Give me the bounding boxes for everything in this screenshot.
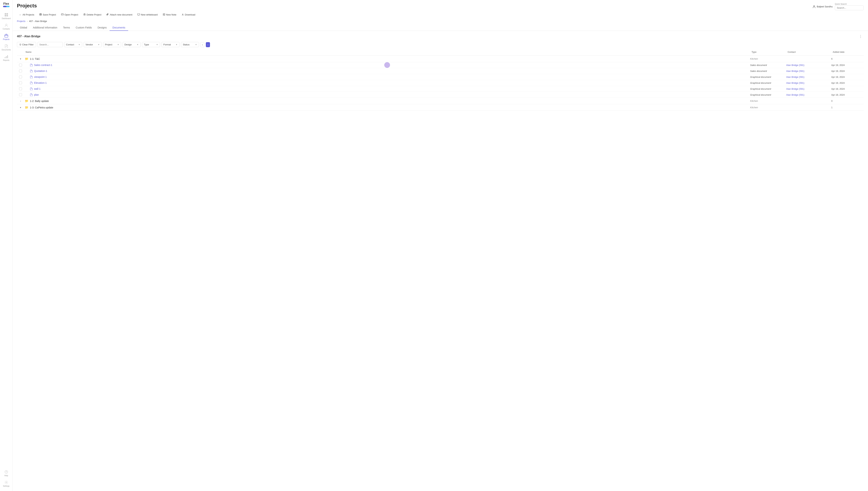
filter-prev-button[interactable]: ‹	[200, 42, 204, 47]
doc-date-3: Apr 19, 2024	[831, 76, 864, 78]
doc-contact-6[interactable]: Alan Bridge (591)	[786, 93, 831, 96]
sidebar-item-reports[interactable]: Reports	[0, 53, 12, 63]
doc-contact-4[interactable]: Alan Bridge (591)	[786, 82, 831, 84]
doc-row-4: Elevation-1 Graphical document Alan Brid…	[17, 80, 864, 86]
whiteboard-icon	[137, 13, 140, 16]
group-toggle-2: ›	[17, 100, 24, 102]
open-project-button[interactable]: Open Project	[59, 12, 80, 17]
svg-rect-2	[5, 15, 6, 17]
tab-additional[interactable]: Additional Information	[30, 25, 60, 31]
filter-next-button[interactable]: ›	[206, 42, 210, 47]
doc-checkbox-4[interactable]	[17, 81, 24, 84]
note-label: New Note	[166, 13, 176, 16]
group-toggle-3: ▾	[17, 106, 24, 109]
table-header: Name Type Contact Added date	[17, 49, 864, 56]
project-filter[interactable]: Project ▼	[103, 42, 121, 47]
svg-rect-14	[40, 13, 41, 14]
save-project-button[interactable]: Save Project	[37, 12, 58, 17]
doc-name-3[interactable]: viewpoint 1	[34, 76, 47, 78]
doc-contact-1[interactable]: Alan Bridge (591)	[786, 64, 831, 66]
section-menu-button[interactable]: ⋮	[858, 34, 864, 39]
doc-checkbox-3[interactable]	[17, 76, 24, 78]
doc-name-cell-3: viewpoint 1	[24, 76, 750, 78]
doc-checkbox-6[interactable]	[17, 93, 24, 96]
new-whiteboard-button[interactable]: New whiteboard	[135, 12, 160, 17]
doc-name-1[interactable]: Sales contract-1	[34, 64, 52, 66]
format-filter[interactable]: Format ▼	[162, 42, 179, 47]
doc-date-1: Apr 19, 2024	[831, 64, 864, 66]
doc-contact-5[interactable]: Alan Bridge (591)	[786, 88, 831, 90]
quick-search-input[interactable]	[835, 5, 864, 10]
attach-label: Attach new document	[110, 13, 132, 16]
clear-filter-button[interactable]: Clear Filter	[17, 42, 36, 47]
group-row-2[interactable]: › 📁 1-2: Bally update Kitchen 0	[17, 98, 864, 104]
doc-type-2: Sales document	[750, 70, 786, 73]
svg-point-10	[6, 473, 6, 473]
sidebar-item-contacts[interactable]: Contacts	[0, 22, 12, 31]
sidebar-item-help[interactable]: Help	[0, 468, 12, 478]
doc-type-3: Graphical document	[750, 76, 786, 78]
checkbox-1[interactable]	[19, 64, 22, 66]
checkbox-4[interactable]	[19, 81, 22, 84]
clear-filter-label: Clear Filter	[22, 43, 34, 46]
doc-name-cell-4: Elevation-1	[24, 81, 750, 84]
doc-row-3: viewpoint 1 Graphical document Alan Brid…	[17, 74, 864, 80]
settings-icon	[4, 480, 8, 485]
vendor-filter-label: Vendor	[86, 43, 93, 46]
doc-name-5[interactable]: wall 1	[34, 87, 40, 90]
sidebar-item-projects[interactable]: Projects	[0, 32, 12, 42]
doc-checkbox-5[interactable]	[17, 87, 24, 90]
design-filter[interactable]: Design ▼	[122, 42, 141, 47]
doc-contact-3[interactable]: Alan Bridge (591)	[786, 76, 831, 78]
tab-global[interactable]: Global	[17, 25, 30, 31]
tab-documents[interactable]: Documents	[110, 25, 128, 31]
folder-icon-2: 📁	[25, 99, 28, 103]
checkbox-2[interactable]	[19, 69, 22, 73]
svg-rect-7	[6, 56, 7, 58]
save-icon	[39, 13, 42, 16]
doc-date-5: Apr 19, 2024	[831, 88, 864, 90]
breadcrumb-parent[interactable]: Projects	[17, 20, 25, 23]
checkbox-6[interactable]	[19, 93, 22, 96]
doc-name-4[interactable]: Elevation-1	[34, 81, 47, 84]
header: Projects Baljeet Sandhu Quick Search	[12, 0, 868, 10]
search-filter-input[interactable]	[37, 42, 63, 47]
tab-terms[interactable]: Terms	[60, 25, 73, 31]
sidebar-label-settings: Settings	[3, 485, 9, 487]
help-icon	[4, 470, 8, 474]
breadcrumb-separator: ›	[27, 20, 28, 23]
group-row-3[interactable]: ▾ 📁 1-3: CaPietra update Kitchen 1	[17, 104, 864, 111]
attach-document-button[interactable]: Attach new document	[104, 12, 135, 17]
tab-custom-fields[interactable]: Custom Fields	[73, 25, 94, 31]
doc-checkbox-2[interactable]	[17, 69, 24, 73]
status-filter-label: Status	[183, 43, 190, 46]
doc-contact-2[interactable]: Alan Bridge (591)	[786, 70, 831, 73]
new-note-button[interactable]: New Note	[161, 12, 178, 17]
back-button[interactable]: ← All Projects	[17, 12, 36, 17]
section-title: 407 - Alan Bridge	[17, 35, 40, 38]
header-right: Baljeet Sandhu Quick Search	[812, 3, 864, 10]
svg-rect-17	[84, 14, 85, 15]
documents-icon	[4, 44, 8, 48]
doc-type-6: Graphical document	[750, 93, 786, 96]
status-filter[interactable]: Status ▼	[181, 42, 199, 47]
delete-project-button[interactable]: Delete Project	[81, 12, 104, 17]
checkbox-3[interactable]	[19, 76, 22, 78]
open-icon	[61, 13, 64, 16]
sidebar-bottom: Help Settings	[0, 468, 12, 489]
type-filter[interactable]: Type ▼	[142, 42, 160, 47]
doc-name-2[interactable]: Quotation-1	[34, 69, 47, 73]
sidebar-item-documents[interactable]: Documents	[0, 42, 12, 52]
group-row-1[interactable]: ▾ 📁 1-1: T&C Kitchen 6	[17, 56, 864, 62]
checkbox-5[interactable]	[19, 87, 22, 90]
vendor-filter[interactable]: Vendor ▼	[84, 42, 102, 47]
sidebar-item-dashboard[interactable]: Dashboard	[0, 11, 12, 21]
contact-filter[interactable]: Contact ▼	[64, 42, 82, 47]
doc-name-6[interactable]: plan	[34, 93, 39, 96]
whiteboard-label: New whiteboard	[141, 13, 158, 16]
doc-checkbox-1[interactable]	[17, 64, 24, 66]
download-button[interactable]: Download	[179, 12, 198, 17]
sidebar-item-settings[interactable]: Settings	[0, 479, 12, 489]
tab-designs[interactable]: Designs	[94, 25, 110, 31]
type-filter-label: Type	[144, 43, 149, 46]
